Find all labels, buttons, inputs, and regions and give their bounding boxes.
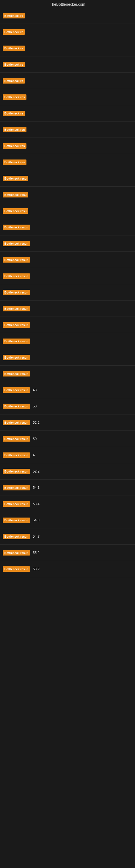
table-row: Bottleneck res	[0, 122, 135, 138]
bottleneck-value: 54.3	[33, 518, 39, 522]
bottleneck-value: 50	[33, 437, 37, 441]
bottleneck-label: Bottleneck re	[3, 45, 25, 51]
bottleneck-label: Bottleneck re	[3, 111, 25, 116]
table-row: Bottleneck result	[0, 301, 135, 317]
bottleneck-label: Bottleneck result	[3, 436, 30, 442]
table-row: Bottleneck result54.1	[0, 479, 135, 496]
bottleneck-label: Bottleneck result	[3, 469, 30, 474]
table-row: Bottleneck resu	[0, 187, 135, 203]
bottleneck-label: Bottleneck result	[3, 420, 30, 425]
bottleneck-label: Bottleneck res	[3, 159, 27, 165]
bottleneck-label: Bottleneck result	[3, 566, 30, 572]
bottleneck-value: 54.1	[33, 486, 39, 490]
bottleneck-value: 4	[33, 453, 35, 457]
table-row: Bottleneck result52.2	[0, 414, 135, 431]
table-row: Bottleneck result50	[0, 398, 135, 414]
table-row: Bottleneck result	[0, 333, 135, 349]
bottleneck-label: Bottleneck result	[3, 322, 30, 328]
table-row: Bottleneck result	[0, 219, 135, 236]
bottleneck-value: 53.2	[33, 567, 39, 571]
bottleneck-label: Bottleneck result	[3, 404, 30, 409]
table-row: Bottleneck re	[0, 56, 135, 73]
bottleneck-label: Bottleneck result	[3, 257, 30, 262]
table-row: Bottleneck result55.2	[0, 545, 135, 561]
bottleneck-value: 53.4	[33, 502, 39, 506]
bottleneck-label: Bottleneck result	[3, 453, 30, 458]
bottleneck-label: Bottleneck result	[3, 550, 30, 556]
bottleneck-label: Bottleneck re	[3, 13, 25, 19]
bottleneck-value: 50	[33, 404, 37, 408]
table-row: Bottleneck result52.2	[0, 463, 135, 479]
table-row: Bottleneck resu	[0, 203, 135, 219]
table-row: Bottleneck result	[0, 349, 135, 366]
bottleneck-label: Bottleneck re	[3, 29, 25, 35]
bottleneck-label: Bottleneck result	[3, 290, 30, 295]
table-row: Bottleneck result53.4	[0, 496, 135, 512]
bottleneck-label: Bottleneck result	[3, 501, 30, 507]
table-row: Bottleneck result50	[0, 431, 135, 447]
table-row: Bottleneck result	[0, 268, 135, 284]
table-row: Bottleneck result	[0, 284, 135, 301]
bottleneck-value: 48	[33, 388, 37, 392]
table-row: Bottleneck resu	[0, 170, 135, 187]
table-row: Bottleneck res	[0, 154, 135, 170]
bottleneck-label: Bottleneck result	[3, 355, 30, 360]
bottleneck-label: Bottleneck resu	[3, 192, 28, 197]
bottleneck-label: Bottleneck result	[3, 534, 30, 539]
table-row: Bottleneck res	[0, 89, 135, 105]
table-row: Bottleneck result	[0, 236, 135, 252]
bottleneck-label: Bottleneck result	[3, 273, 30, 279]
bottleneck-value: 52.2	[33, 421, 39, 425]
bottleneck-label: Bottleneck result	[3, 339, 30, 344]
table-row: Bottleneck result54.7	[0, 528, 135, 545]
bottleneck-value: 52.2	[33, 469, 39, 473]
bottleneck-label: Bottleneck result	[3, 485, 30, 490]
table-row: Bottleneck result53.2	[0, 561, 135, 577]
bottleneck-label: Bottleneck result	[3, 388, 30, 393]
table-row: Bottleneck result	[0, 317, 135, 333]
table-row: Bottleneck result54.3	[0, 512, 135, 528]
table-row: Bottleneck re	[0, 8, 135, 24]
site-title: TheBottlenecker.com	[0, 0, 135, 8]
bottleneck-label: Bottleneck res	[3, 143, 27, 149]
bottleneck-label: Bottleneck result	[3, 225, 30, 230]
table-row: Bottleneck re	[0, 24, 135, 40]
bottleneck-value: 54.7	[33, 534, 39, 538]
bottleneck-label: Bottleneck res	[3, 94, 27, 100]
table-row: Bottleneck result48	[0, 382, 135, 398]
table-row: Bottleneck result	[0, 366, 135, 382]
bottleneck-label: Bottleneck re	[3, 78, 25, 84]
bottleneck-label: Bottleneck result	[3, 241, 30, 246]
bottleneck-label: Bottleneck resu	[3, 176, 28, 181]
bottleneck-label: Bottleneck result	[3, 518, 30, 523]
bottleneck-label: Bottleneck result	[3, 371, 30, 376]
bottleneck-label: Bottleneck result	[3, 306, 30, 311]
table-row: Bottleneck re	[0, 105, 135, 122]
bottleneck-label: Bottleneck res	[3, 127, 27, 132]
table-row: Bottleneck result	[0, 252, 135, 268]
table-row: Bottleneck re	[0, 73, 135, 89]
bottleneck-label: Bottleneck re	[3, 62, 25, 67]
bottleneck-label: Bottleneck resu	[3, 208, 28, 214]
table-row: Bottleneck res	[0, 138, 135, 154]
table-row: Bottleneck re	[0, 40, 135, 56]
table-row: Bottleneck result4	[0, 447, 135, 463]
bottleneck-value: 55.2	[33, 551, 39, 555]
